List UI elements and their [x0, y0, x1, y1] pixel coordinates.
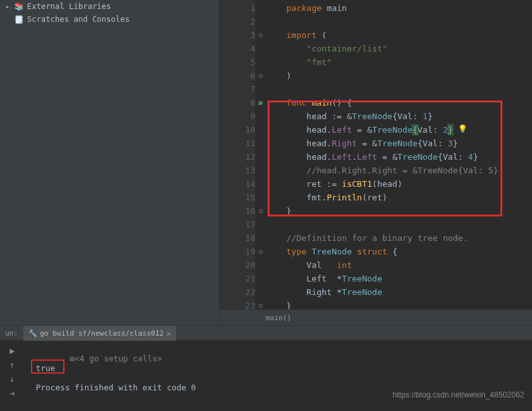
line-number: 15: [219, 191, 255, 204]
line-number: 17: [219, 218, 255, 231]
line-number: 4: [219, 42, 255, 55]
run-config-label: go build sf/newclass/class012: [40, 329, 164, 338]
line-number: 6: [219, 69, 255, 82]
line-number: 23: [219, 299, 255, 309]
line-number: 12: [219, 150, 255, 164]
code-line[interactable]: Right *TreeNode: [286, 285, 532, 299]
line-number: 11: [219, 137, 255, 150]
breadcrumb-item[interactable]: main(): [266, 314, 291, 322]
exit-line: Process finished with exit code 0: [36, 383, 196, 392]
project-sidebar[interactable]: ▸📚External Libraries🗒️Scratches and Cons…: [0, 0, 219, 325]
code-line[interactable]: [286, 82, 532, 96]
line-number: 7: [219, 82, 255, 96]
line-number: 22: [219, 285, 255, 299]
code-line[interactable]: type TreeNode struct {: [286, 245, 532, 258]
code-line[interactable]: Left *TreeNode: [286, 272, 532, 285]
code-line[interactable]: }: [286, 299, 532, 309]
line-gutter: 123456789101112131415161718192021222324: [219, 0, 261, 309]
code-line[interactable]: //Definition for a binary tree node.: [286, 231, 532, 245]
code-line[interactable]: Val int: [286, 258, 532, 272]
down-icon[interactable]: ↓: [6, 372, 19, 385]
stop-icon[interactable]: ↑: [6, 358, 19, 371]
line-number: 3: [219, 28, 255, 42]
close-icon[interactable]: ×: [166, 329, 171, 338]
run-config-tab[interactable]: 🔧 go build sf/newclass/class012 ×: [23, 326, 176, 341]
code-line[interactable]: "fmt": [286, 55, 532, 69]
run-toolbar: ▶ ↑ ↓ ⇥: [0, 340, 25, 411]
line-number: 18: [219, 231, 255, 245]
tool-icon: 🔧: [28, 329, 37, 338]
watermark: https://blog.csdn.net/weixin_48502062: [393, 390, 524, 399]
fold-region-icon[interactable]: ⊞: [70, 354, 75, 363]
line-number: 1: [219, 1, 255, 15]
code-line[interactable]: package main: [286, 1, 532, 15]
soft-wrap-icon[interactable]: ⇥: [6, 387, 19, 399]
code-line[interactable]: "container/list": [286, 42, 532, 55]
annotation-true-box: [31, 359, 64, 374]
line-number: 2: [219, 15, 255, 28]
line-number: 10: [219, 123, 255, 137]
line-number: 19: [219, 245, 255, 258]
line-number: 14: [219, 177, 255, 191]
tree-item[interactable]: 🗒️Scratches and Consoles: [5, 13, 213, 26]
code-line[interactable]: import (: [286, 28, 532, 42]
line-number: 9: [219, 110, 255, 123]
line-number: 8: [219, 96, 255, 110]
line-number: 21: [219, 272, 255, 285]
annotation-main-box: [268, 100, 502, 216]
code-line[interactable]: [286, 15, 532, 28]
line-number: 20: [219, 258, 255, 272]
tree-item[interactable]: ▸📚External Libraries: [5, 0, 213, 13]
line-number: 16: [219, 204, 255, 218]
code-line[interactable]: ): [286, 69, 532, 82]
setup-line: <4 go setup calls>: [75, 354, 162, 363]
line-number: 13: [219, 164, 255, 177]
code-line[interactable]: [286, 218, 532, 231]
breadcrumb[interactable]: main(): [219, 309, 532, 325]
tool-window-label: un:: [0, 329, 23, 338]
console-output[interactable]: ⊞<4 go setup calls> true Process finishe…: [25, 340, 532, 411]
rerun-icon[interactable]: ▶: [6, 344, 19, 357]
line-number: 5: [219, 55, 255, 69]
